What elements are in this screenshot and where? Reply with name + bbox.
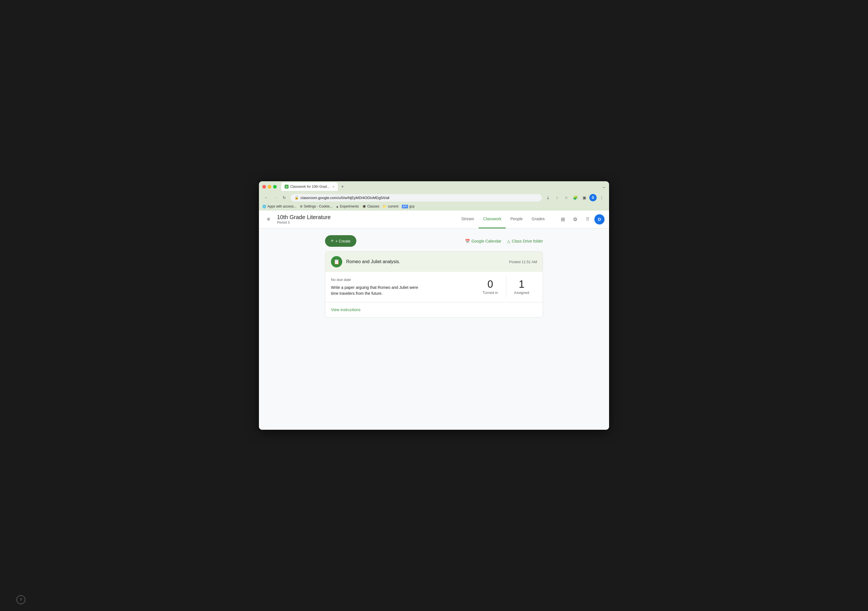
current-bookmark-label: current	[388, 205, 398, 208]
tab-close-button[interactable]: ×	[333, 185, 334, 188]
menu-icon[interactable]: ⋮	[598, 194, 606, 202]
help-button[interactable]: ?	[16, 595, 25, 604]
minimize-traffic-light[interactable]	[268, 185, 271, 189]
document-icon: 📋	[333, 259, 340, 265]
assignment-stats: 0 Turned in 1 Assigned	[475, 276, 537, 298]
tab-bar: G Classwork for 10th Grade Liter… × +	[281, 182, 600, 191]
assignment-posted-time: Posted 11:51 AM	[509, 260, 537, 264]
bookmark-gcp[interactable]: API gcp	[402, 205, 414, 208]
nav-tabs: Stream Classwork People Grades	[457, 210, 549, 228]
bookmark-apps[interactable]: 🌐 Apps with access...	[262, 205, 296, 208]
fullscreen-traffic-light[interactable]	[273, 185, 277, 189]
apps-bookmark-icon: 🌐	[262, 205, 266, 208]
tab-stream[interactable]: Stream	[457, 210, 479, 228]
header-actions: ⊞ ⚙ ⠿ D	[557, 214, 604, 225]
browser-window: G Classwork for 10th Grade Liter… × + ⌄ …	[259, 181, 609, 430]
hamburger-button[interactable]: ≡	[264, 214, 274, 225]
experiments-bookmark-icon: ▲	[336, 205, 339, 208]
share-icon[interactable]: ↑	[553, 194, 561, 202]
dashboard-icon: ⊞	[561, 216, 565, 222]
profile-avatar[interactable]: D	[594, 214, 604, 225]
extensions-icon[interactable]: 🧩	[571, 194, 579, 202]
tab-favicon: G	[285, 185, 288, 189]
google-calendar-label: Google Calendar	[471, 239, 502, 243]
refresh-button[interactable]: ↻	[281, 194, 288, 202]
create-button[interactable]: + + Create	[325, 235, 356, 247]
assignment-info: No due date Write a paper arguing that R…	[331, 278, 475, 296]
plus-icon: +	[331, 238, 334, 244]
assignment-footer: View instructions	[325, 302, 543, 317]
create-button-label: + Create	[335, 239, 351, 243]
dashboard-icon-button[interactable]: ⊞	[557, 214, 569, 225]
class-info: 10th Grade Literature Period 3	[277, 214, 331, 225]
assigned-label: Assigned	[514, 290, 529, 295]
turned-in-stat[interactable]: 0 Turned in	[475, 276, 506, 298]
classes-bookmark-icon: 🎓	[362, 205, 366, 208]
action-row: + + Create 📅 Google Calendar △ Class Dri…	[325, 235, 543, 247]
apps-icon-button[interactable]: ⠿	[582, 214, 593, 225]
address-bar-actions: ⤓ ↑ ☆ 🧩 ▣ D ⋮	[544, 194, 606, 202]
turned-in-label: Turned in	[482, 290, 498, 295]
settings-bookmark-label: Settings - Cookie...	[304, 205, 332, 208]
drive-icon: △	[507, 239, 510, 243]
class-name: 10th Grade Literature	[277, 214, 331, 220]
assignment-header: 📋 Romeo and Juliet analysis. Posted 11:5…	[325, 251, 543, 272]
url-bar[interactable]: 🔒 classroom.google.com/u/0/w/NjEyMDI4ODI…	[291, 194, 542, 202]
back-button[interactable]: ←	[262, 194, 270, 202]
assignment-type-icon: 📋	[331, 256, 342, 267]
download-icon[interactable]: ⤓	[544, 194, 552, 202]
profile-avatar-small[interactable]: D	[589, 194, 597, 201]
lock-icon: 🔒	[294, 196, 299, 200]
chevron-down-icon[interactable]: ⌄	[602, 185, 606, 189]
apps-grid-icon: ⠿	[586, 217, 589, 222]
nav-buttons: ← → ↻	[262, 194, 288, 202]
due-date: No due date	[331, 278, 475, 282]
view-instructions-button[interactable]: View instructions	[331, 306, 361, 314]
gcp-bookmark-label: gcp	[409, 205, 414, 208]
active-tab[interactable]: G Classwork for 10th Grade Liter… ×	[281, 182, 338, 191]
help-area: ?	[16, 595, 25, 604]
address-bar: ← → ↻ 🔒 classroom.google.com/u/0/w/NjEyM…	[259, 192, 609, 203]
class-drive-folder-link[interactable]: △ Class Drive folder	[507, 239, 543, 243]
settings-bookmark-icon: ⚙	[300, 205, 303, 208]
tab-grades[interactable]: Grades	[527, 210, 549, 228]
tab-people[interactable]: People	[506, 210, 527, 228]
traffic-lights	[262, 185, 277, 189]
apps-bookmark-label: Apps with access...	[267, 205, 296, 208]
main-content: + + Create 📅 Google Calendar △ Class Dri…	[259, 228, 609, 430]
tab-classwork[interactable]: Classwork	[479, 210, 506, 228]
bookmarks-bar: 🌐 Apps with access... ⚙ Settings - Cooki…	[259, 203, 609, 210]
google-calendar-link[interactable]: 📅 Google Calendar	[465, 239, 502, 243]
bookmark-icon[interactable]: ☆	[562, 194, 570, 202]
url-text: classroom.google.com/u/0/w/NjEyMDI4ODIxM…	[301, 196, 538, 200]
class-drive-folder-label: Class Drive folder	[512, 239, 543, 243]
bookmark-experiments[interactable]: ▲ Experiments	[336, 205, 359, 208]
gear-icon: ⚙	[573, 216, 577, 222]
gcp-bookmark-icon: API	[402, 205, 408, 208]
class-period: Period 3	[277, 220, 331, 225]
settings-icon-button[interactable]: ⚙	[570, 214, 581, 225]
tab-title: Classwork for 10th Grade Liter…	[290, 185, 330, 189]
classes-bookmark-label: Classes	[367, 205, 380, 208]
classroom-app: ≡ 10th Grade Literature Period 3 Stream …	[259, 210, 609, 430]
new-tab-button[interactable]: +	[339, 183, 346, 190]
assignment-card: 📋 Romeo and Juliet analysis. Posted 11:5…	[325, 251, 543, 317]
assignment-body: No due date Write a paper arguing that R…	[325, 272, 543, 302]
bookmark-classes[interactable]: 🎓 Classes	[362, 205, 380, 208]
quick-links: 📅 Google Calendar △ Class Drive folder	[465, 239, 543, 243]
close-traffic-light[interactable]	[262, 185, 266, 189]
assignment-description: Write a paper arguing that Romeo and Jul…	[331, 285, 475, 296]
current-bookmark-icon: 📁	[383, 205, 387, 208]
calendar-icon: 📅	[465, 239, 470, 243]
title-bar: G Classwork for 10th Grade Liter… × + ⌄	[259, 181, 609, 192]
assigned-stat[interactable]: 1 Assigned	[506, 276, 537, 298]
bookmark-current[interactable]: 📁 current	[383, 205, 398, 208]
bookmark-settings[interactable]: ⚙ Settings - Cookie...	[300, 205, 332, 208]
content-area: + + Create 📅 Google Calendar △ Class Dri…	[318, 235, 550, 317]
assigned-count: 1	[519, 279, 524, 289]
turned-in-count: 0	[487, 279, 493, 289]
forward-button[interactable]: →	[271, 194, 279, 202]
sidebar-icon[interactable]: ▣	[580, 194, 588, 202]
assignment-title[interactable]: Romeo and Juliet analysis.	[346, 259, 505, 264]
app-header: ≡ 10th Grade Literature Period 3 Stream …	[259, 210, 609, 228]
